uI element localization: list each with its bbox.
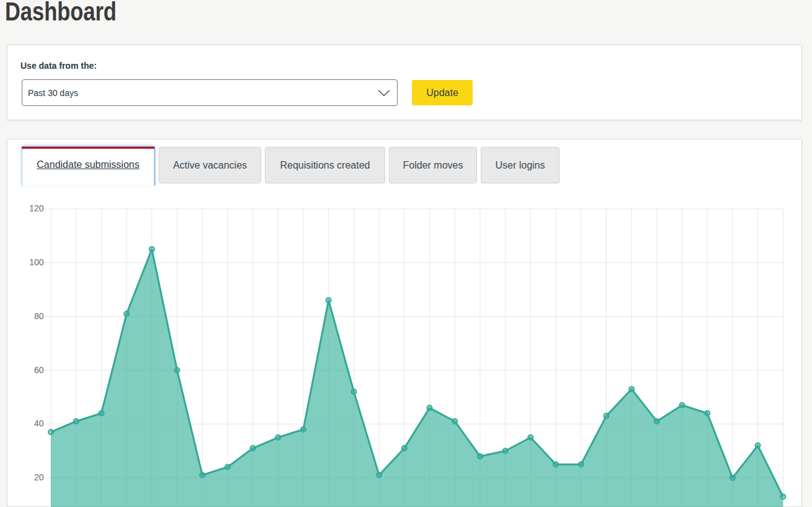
svg-text:60: 60 <box>34 365 44 375</box>
svg-text:100: 100 <box>29 257 44 267</box>
svg-text:80: 80 <box>34 311 44 321</box>
svg-text:20: 20 <box>34 472 44 482</box>
svg-text:40: 40 <box>34 418 44 428</box>
svg-text:120: 120 <box>29 203 44 213</box>
